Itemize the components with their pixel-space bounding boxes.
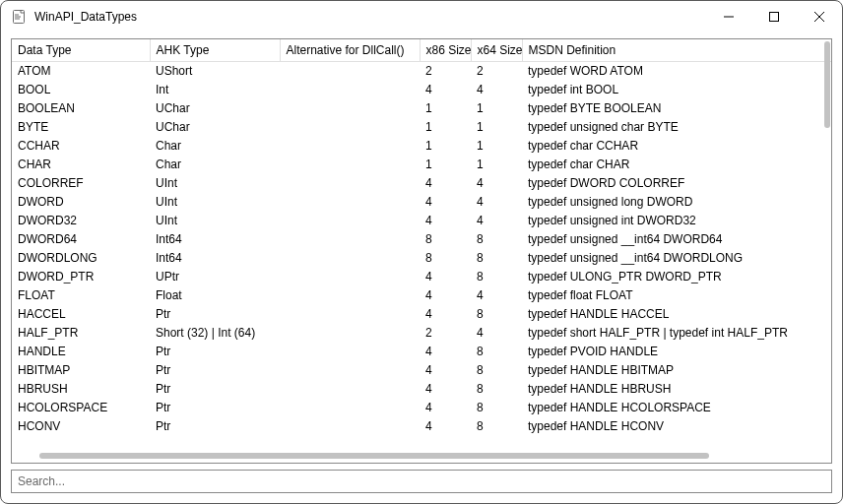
cell xyxy=(280,268,420,286)
table-row[interactable]: HACCELPtr48typedef HANDLE HACCEL xyxy=(12,305,831,324)
col-x64-size[interactable]: x64 Size xyxy=(471,39,522,62)
cell: 8 xyxy=(471,343,522,361)
cell xyxy=(280,305,420,324)
table-row[interactable]: COLORREFUInt44typedef DWORD COLORREF xyxy=(12,174,831,193)
cell: UChar xyxy=(150,99,280,118)
vertical-scrollbar[interactable] xyxy=(824,41,830,128)
cell: 2 xyxy=(471,62,522,81)
cell: HANDLE xyxy=(12,343,150,361)
table-row[interactable]: CCHARChar11typedef char CCHAR xyxy=(12,137,831,156)
cell: typedef WORD ATOM xyxy=(522,62,831,81)
cell: 4 xyxy=(471,81,522,99)
cell xyxy=(280,118,420,137)
cell: 1 xyxy=(471,99,522,118)
cell: 2 xyxy=(420,324,471,343)
cell: 8 xyxy=(471,361,522,380)
cell: UInt xyxy=(150,212,280,230)
cell: 4 xyxy=(420,286,471,305)
cell: Ptr xyxy=(150,361,280,380)
cell: Float xyxy=(150,286,280,305)
cell: 4 xyxy=(420,193,471,212)
cell: UShort xyxy=(150,62,280,81)
table-row[interactable]: HCONVPtr48typedef HANDLE HCONV xyxy=(12,417,831,436)
close-icon xyxy=(814,12,824,22)
cell: typedef PVOID HANDLE xyxy=(522,343,831,361)
cell: 4 xyxy=(471,212,522,230)
col-alternative[interactable]: Alternative for DllCall() xyxy=(280,39,420,62)
table-body: ATOMUShort22typedef WORD ATOMBOOLInt44ty… xyxy=(12,62,831,436)
horizontal-scrollbar-thumb[interactable] xyxy=(39,453,709,459)
cell: DWORD xyxy=(12,193,150,212)
cell: 1 xyxy=(420,137,471,156)
cell: CCHAR xyxy=(12,137,150,156)
maximize-icon xyxy=(769,12,779,22)
table-row[interactable]: HBITMAPPtr48typedef HANDLE HBITMAP xyxy=(12,361,831,380)
cell: typedef DWORD COLORREF xyxy=(522,174,831,193)
cell xyxy=(280,417,420,436)
window-title: WinAPI_DataTypes xyxy=(34,10,706,24)
cell xyxy=(280,399,420,417)
cell: UChar xyxy=(150,118,280,137)
cell: 4 xyxy=(420,417,471,436)
cell: 4 xyxy=(471,286,522,305)
cell: 1 xyxy=(471,156,522,174)
cell xyxy=(280,361,420,380)
cell: Int64 xyxy=(150,249,280,268)
title-bar[interactable]: WinAPI_DataTypes xyxy=(1,1,842,32)
table-row[interactable]: HANDLEPtr48typedef PVOID HANDLE xyxy=(12,343,831,361)
table-row[interactable]: DWORDLONGInt6488typedef unsigned __int64… xyxy=(12,249,831,268)
table-row[interactable]: DWORD_PTRUPtr48typedef ULONG_PTR DWORD_P… xyxy=(12,268,831,286)
col-data-type[interactable]: Data Type xyxy=(12,39,150,62)
minimize-button[interactable] xyxy=(706,1,751,32)
cell: 1 xyxy=(471,118,522,137)
search-input[interactable] xyxy=(11,470,832,493)
table-row[interactable]: DWORD64Int6488typedef unsigned __int64 D… xyxy=(12,230,831,249)
table-header-row: Data Type AHK Type Alternative for DllCa… xyxy=(12,39,831,62)
table-row[interactable]: DWORDUInt44typedef unsigned long DWORD xyxy=(12,193,831,212)
cell: typedef char CHAR xyxy=(522,156,831,174)
cell: DWORD32 xyxy=(12,212,150,230)
table-row[interactable]: FLOATFloat44typedef float FLOAT xyxy=(12,286,831,305)
cell: Ptr xyxy=(150,417,280,436)
table-row[interactable]: BOOLEANUChar11typedef BYTE BOOLEAN xyxy=(12,99,831,118)
cell: 1 xyxy=(420,156,471,174)
table-row[interactable]: HCOLORSPACEPtr48typedef HANDLE HCOLORSPA… xyxy=(12,399,831,417)
table-row[interactable]: BOOLInt44typedef int BOOL xyxy=(12,81,831,99)
cell: typedef int BOOL xyxy=(522,81,831,99)
col-msdn-definition[interactable]: MSDN Definition xyxy=(522,39,831,62)
cell: HCONV xyxy=(12,417,150,436)
cell: typedef ULONG_PTR DWORD_PTR xyxy=(522,268,831,286)
table-row[interactable]: BYTEUChar11typedef unsigned char BYTE xyxy=(12,118,831,137)
cell: HBRUSH xyxy=(12,380,150,399)
cell: FLOAT xyxy=(12,286,150,305)
table-row[interactable]: ATOMUShort22typedef WORD ATOM xyxy=(12,62,831,81)
horizontal-scrollbar-track[interactable] xyxy=(12,449,831,463)
cell: 4 xyxy=(420,305,471,324)
cell: 1 xyxy=(420,99,471,118)
col-ahk-type[interactable]: AHK Type xyxy=(150,39,280,62)
cell xyxy=(280,174,420,193)
table-row[interactable]: HBRUSHPtr48typedef HANDLE HBRUSH xyxy=(12,380,831,399)
cell: HALF_PTR xyxy=(12,324,150,343)
cell: HBITMAP xyxy=(12,361,150,380)
cell: 4 xyxy=(420,174,471,193)
cell: typedef short HALF_PTR | typedef int HAL… xyxy=(522,324,831,343)
close-button[interactable] xyxy=(797,1,842,32)
cell: Ptr xyxy=(150,380,280,399)
cell: 4 xyxy=(420,361,471,380)
col-x86-size[interactable]: x86 Size xyxy=(420,39,471,62)
cell: 8 xyxy=(420,230,471,249)
cell: typedef char CCHAR xyxy=(522,137,831,156)
table-row[interactable]: DWORD32UInt44typedef unsigned int DWORD3… xyxy=(12,212,831,230)
cell: 4 xyxy=(471,324,522,343)
cell: 8 xyxy=(471,305,522,324)
data-table[interactable]: Data Type AHK Type Alternative for DllCa… xyxy=(12,39,831,436)
maximize-button[interactable] xyxy=(751,1,797,32)
table-row[interactable]: HALF_PTRShort (32) | Int (64)24typedef s… xyxy=(12,324,831,343)
cell: 4 xyxy=(471,193,522,212)
cell: 1 xyxy=(420,118,471,137)
table-row[interactable]: CHARChar11typedef char CHAR xyxy=(12,156,831,174)
cell: Char xyxy=(150,156,280,174)
app-icon xyxy=(11,9,27,25)
data-table-container: Data Type AHK Type Alternative for DllCa… xyxy=(11,38,832,464)
